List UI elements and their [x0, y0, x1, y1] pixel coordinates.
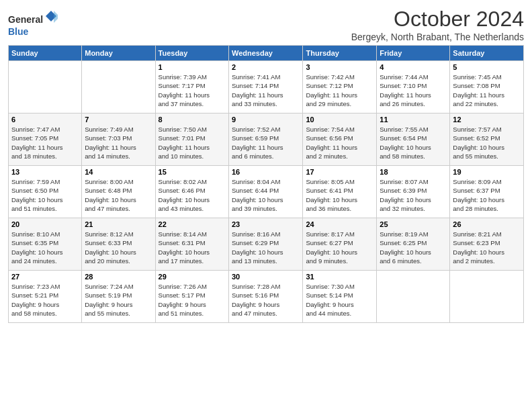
day-cell: 16Sunrise: 8:04 AM Sunset: 6:44 PM Dayli…	[229, 166, 303, 218]
day-number: 26	[453, 220, 521, 228]
title-block: October 2024 Bergeyk, North Brabant, The…	[351, 7, 524, 42]
col-sunday: Sunday	[9, 46, 82, 61]
day-info: Sunrise: 7:24 AM Sunset: 5:19 PM Dayligh…	[85, 282, 152, 318]
week-row-1: 1Sunrise: 7:39 AM Sunset: 7:17 PM Daylig…	[9, 61, 524, 113]
day-cell	[450, 271, 524, 323]
day-cell: 21Sunrise: 8:12 AM Sunset: 6:33 PM Dayli…	[82, 218, 155, 271]
day-info: Sunrise: 7:30 AM Sunset: 5:14 PM Dayligh…	[306, 282, 373, 318]
day-cell: 10Sunrise: 7:54 AM Sunset: 6:56 PM Dayli…	[303, 113, 377, 166]
day-cell: 3Sunrise: 7:42 AM Sunset: 7:12 PM Daylig…	[303, 61, 377, 113]
day-cell: 22Sunrise: 8:14 AM Sunset: 6:31 PM Dayli…	[155, 218, 228, 271]
day-cell: 9Sunrise: 7:52 AM Sunset: 6:59 PM Daylig…	[229, 113, 303, 166]
day-cell: 6Sunrise: 7:47 AM Sunset: 7:05 PM Daylig…	[9, 113, 82, 166]
location-subtitle: Bergeyk, North Brabant, The Netherlands	[351, 32, 524, 42]
day-cell: 2Sunrise: 7:41 AM Sunset: 7:14 PM Daylig…	[229, 61, 303, 113]
day-cell: 5Sunrise: 7:45 AM Sunset: 7:08 PM Daylig…	[450, 61, 524, 113]
day-cell	[377, 271, 450, 323]
day-number: 19	[453, 168, 521, 176]
logo-icon	[44, 9, 58, 23]
day-info: Sunrise: 7:50 AM Sunset: 7:01 PM Dayligh…	[159, 125, 226, 161]
day-number: 12	[453, 116, 521, 124]
day-info: Sunrise: 7:23 AM Sunset: 5:21 PM Dayligh…	[11, 282, 79, 318]
logo: General Blue	[8, 9, 58, 38]
day-cell	[9, 61, 82, 113]
col-wednesday: Wednesday	[229, 46, 303, 61]
logo-general: General	[8, 14, 43, 25]
header-row: Sunday Monday Tuesday Wednesday Thursday…	[9, 46, 524, 61]
day-number: 3	[306, 63, 373, 71]
week-row-3: 13Sunrise: 7:59 AM Sunset: 6:50 PM Dayli…	[9, 166, 524, 218]
week-row-4: 20Sunrise: 8:10 AM Sunset: 6:35 PM Dayli…	[9, 218, 524, 271]
day-number: 15	[159, 168, 226, 176]
day-info: Sunrise: 8:12 AM Sunset: 6:33 PM Dayligh…	[85, 230, 152, 265]
col-saturday: Saturday	[450, 46, 524, 61]
day-info: Sunrise: 7:59 AM Sunset: 6:50 PM Dayligh…	[11, 177, 79, 213]
col-monday: Monday	[82, 46, 155, 61]
logo-blue: Blue	[8, 26, 28, 37]
day-cell: 29Sunrise: 7:26 AM Sunset: 5:17 PM Dayli…	[155, 271, 228, 323]
day-info: Sunrise: 7:54 AM Sunset: 6:56 PM Dayligh…	[306, 125, 373, 161]
month-title: October 2024	[351, 7, 524, 32]
day-info: Sunrise: 8:00 AM Sunset: 6:48 PM Dayligh…	[85, 177, 152, 213]
day-info: Sunrise: 8:17 AM Sunset: 6:27 PM Dayligh…	[306, 230, 373, 265]
week-row-5: 27Sunrise: 7:23 AM Sunset: 5:21 PM Dayli…	[9, 271, 524, 323]
day-cell: 11Sunrise: 7:55 AM Sunset: 6:54 PM Dayli…	[377, 113, 450, 166]
day-info: Sunrise: 8:19 AM Sunset: 6:25 PM Dayligh…	[380, 230, 447, 265]
day-number: 20	[11, 220, 79, 228]
day-cell: 12Sunrise: 7:57 AM Sunset: 6:52 PM Dayli…	[450, 113, 524, 166]
day-number: 28	[85, 273, 152, 281]
svg-marker-1	[54, 11, 58, 23]
day-cell: 28Sunrise: 7:24 AM Sunset: 5:19 PM Dayli…	[82, 271, 155, 323]
day-info: Sunrise: 8:14 AM Sunset: 6:31 PM Dayligh…	[159, 230, 226, 265]
day-info: Sunrise: 7:49 AM Sunset: 7:03 PM Dayligh…	[85, 125, 152, 161]
day-number: 11	[380, 116, 447, 124]
day-cell: 30Sunrise: 7:28 AM Sunset: 5:16 PM Dayli…	[229, 271, 303, 323]
day-number: 1	[159, 63, 226, 71]
day-number: 8	[159, 116, 226, 124]
day-info: Sunrise: 7:47 AM Sunset: 7:05 PM Dayligh…	[11, 125, 79, 161]
day-number: 17	[306, 168, 373, 176]
day-info: Sunrise: 7:52 AM Sunset: 6:59 PM Dayligh…	[232, 125, 300, 161]
day-number: 14	[85, 168, 152, 176]
day-cell: 13Sunrise: 7:59 AM Sunset: 6:50 PM Dayli…	[9, 166, 82, 218]
day-info: Sunrise: 8:05 AM Sunset: 6:41 PM Dayligh…	[306, 177, 373, 213]
day-number: 10	[306, 116, 373, 124]
col-friday: Friday	[377, 46, 450, 61]
day-info: Sunrise: 7:55 AM Sunset: 6:54 PM Dayligh…	[380, 125, 447, 161]
day-number: 18	[380, 168, 447, 176]
day-number: 7	[85, 116, 152, 124]
day-info: Sunrise: 8:16 AM Sunset: 6:29 PM Dayligh…	[232, 230, 300, 265]
day-cell: 18Sunrise: 8:07 AM Sunset: 6:39 PM Dayli…	[377, 166, 450, 218]
day-number: 5	[453, 63, 521, 71]
day-info: Sunrise: 7:45 AM Sunset: 7:08 PM Dayligh…	[453, 73, 521, 108]
day-number: 21	[85, 220, 152, 228]
day-cell: 26Sunrise: 8:21 AM Sunset: 6:23 PM Dayli…	[450, 218, 524, 271]
day-cell: 20Sunrise: 8:10 AM Sunset: 6:35 PM Dayli…	[9, 218, 82, 271]
day-info: Sunrise: 8:04 AM Sunset: 6:44 PM Dayligh…	[232, 177, 300, 213]
day-number: 29	[159, 273, 226, 281]
day-info: Sunrise: 8:21 AM Sunset: 6:23 PM Dayligh…	[453, 230, 521, 265]
day-number: 27	[11, 273, 79, 281]
day-number: 23	[232, 220, 300, 228]
day-info: Sunrise: 7:57 AM Sunset: 6:52 PM Dayligh…	[453, 125, 521, 161]
day-cell: 14Sunrise: 8:00 AM Sunset: 6:48 PM Dayli…	[82, 166, 155, 218]
day-number: 16	[232, 168, 300, 176]
week-row-2: 6Sunrise: 7:47 AM Sunset: 7:05 PM Daylig…	[9, 113, 524, 166]
col-thursday: Thursday	[303, 46, 377, 61]
day-cell: 15Sunrise: 8:02 AM Sunset: 6:46 PM Dayli…	[155, 166, 228, 218]
day-cell: 4Sunrise: 7:44 AM Sunset: 7:10 PM Daylig…	[377, 61, 450, 113]
day-cell: 17Sunrise: 8:05 AM Sunset: 6:41 PM Dayli…	[303, 166, 377, 218]
day-info: Sunrise: 8:09 AM Sunset: 6:37 PM Dayligh…	[453, 177, 521, 213]
day-cell	[82, 61, 155, 113]
day-number: 6	[11, 116, 79, 124]
day-cell: 1Sunrise: 7:39 AM Sunset: 7:17 PM Daylig…	[155, 61, 228, 113]
day-info: Sunrise: 7:28 AM Sunset: 5:16 PM Dayligh…	[232, 282, 300, 318]
day-cell: 8Sunrise: 7:50 AM Sunset: 7:01 PM Daylig…	[155, 113, 228, 166]
day-cell: 31Sunrise: 7:30 AM Sunset: 5:14 PM Dayli…	[303, 271, 377, 323]
day-number: 24	[306, 220, 373, 228]
calendar-container: General Blue October 2024 Bergeyk, North…	[0, 0, 532, 330]
day-info: Sunrise: 7:44 AM Sunset: 7:10 PM Dayligh…	[380, 73, 447, 108]
day-number: 30	[232, 273, 300, 281]
day-cell: 7Sunrise: 7:49 AM Sunset: 7:03 PM Daylig…	[82, 113, 155, 166]
day-info: Sunrise: 8:07 AM Sunset: 6:39 PM Dayligh…	[380, 177, 447, 213]
